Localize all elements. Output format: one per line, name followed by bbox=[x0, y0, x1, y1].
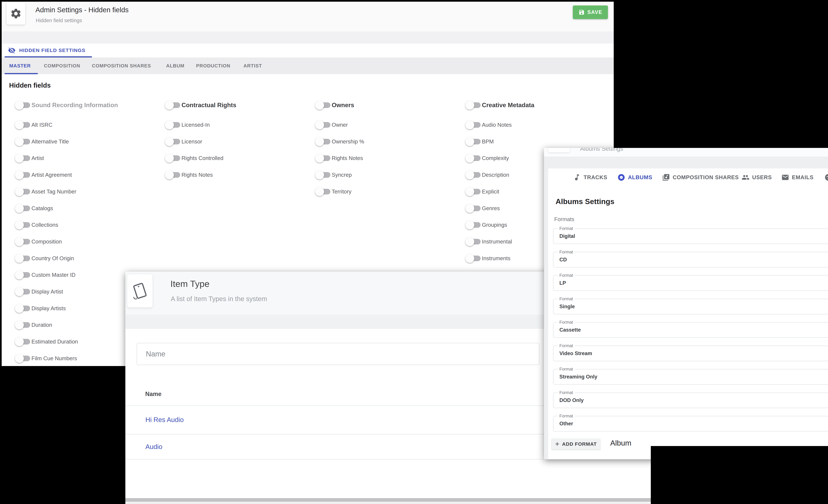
toggle-switch-off[interactable] bbox=[165, 100, 181, 110]
horizontal-scrollbar[interactable] bbox=[125, 498, 651, 502]
tab-composition[interactable]: COMPOSITION bbox=[44, 63, 80, 69]
toggle-switch-off[interactable] bbox=[15, 220, 31, 229]
toggle-switch-off[interactable] bbox=[465, 237, 481, 246]
page-title: Admin Settings - Hidden fields bbox=[35, 6, 129, 14]
tab-users[interactable]: USERS bbox=[742, 168, 772, 186]
table-row-audio[interactable]: Audio bbox=[146, 443, 162, 451]
add-format-button[interactable]: + ADD FORMAT bbox=[551, 438, 601, 450]
tab-master[interactable]: MASTER bbox=[9, 63, 31, 69]
formats-section-label: Formats bbox=[554, 216, 574, 222]
hidden-field-row: Territory bbox=[315, 187, 351, 196]
toggle-switch-off[interactable] bbox=[315, 100, 331, 110]
format-input-field[interactable]: FormatCassette bbox=[553, 322, 828, 338]
tab-albums[interactable]: ALBUMS bbox=[617, 168, 652, 186]
hidden-field-row: Rights Controlled bbox=[165, 154, 223, 163]
tab-cookies[interactable]: COOKIES bbox=[824, 168, 828, 186]
toggle-switch-off[interactable] bbox=[465, 154, 481, 163]
tab-hidden-field-settings[interactable]: HIDDEN FIELD SETTINGS bbox=[8, 47, 85, 54]
toggle-switch-off[interactable] bbox=[15, 204, 31, 213]
toggle-switch-off[interactable] bbox=[15, 254, 31, 263]
toggle-label: Licensor bbox=[181, 138, 202, 145]
tab-artist[interactable]: ARTIST bbox=[243, 63, 262, 69]
screenshot-canvas: Admin Settings - Hidden fields Hidden fi… bbox=[0, 0, 828, 504]
toggle-switch-off[interactable] bbox=[465, 100, 481, 110]
toggle-switch-off[interactable] bbox=[465, 220, 481, 229]
format-input-field[interactable]: FormatOther bbox=[553, 416, 828, 431]
tab-tracks[interactable]: TRACKS bbox=[573, 168, 608, 186]
toggle-label: Alt ISRC bbox=[32, 122, 52, 128]
toggle-knob bbox=[15, 304, 24, 313]
toggle-switch-off[interactable] bbox=[15, 154, 31, 163]
hidden-field-group-row: Owners bbox=[315, 100, 354, 110]
toggle-label: Groupings bbox=[482, 222, 507, 228]
toggle-switch-off[interactable] bbox=[165, 154, 181, 163]
admin-icon-card bbox=[7, 3, 25, 25]
hidden-field-row: Licensed-In bbox=[165, 120, 210, 129]
tab-album[interactable]: ALBUM bbox=[166, 63, 184, 69]
toggle-switch-off[interactable] bbox=[15, 287, 31, 296]
hidden-field-row: Groupings bbox=[465, 220, 507, 229]
toggle-switch-off[interactable] bbox=[315, 154, 331, 163]
tab-composition-shares[interactable]: COMPOSITION SHARES bbox=[92, 63, 151, 69]
toggle-switch-off[interactable] bbox=[15, 100, 31, 110]
toggle-label: Rights Controlled bbox=[181, 155, 223, 161]
toggle-knob bbox=[15, 287, 24, 296]
table-row-hi-res-audio[interactable]: Hi Res Audio bbox=[146, 416, 184, 423]
hidden-field-row: Genres bbox=[465, 204, 500, 213]
toggle-switch-off[interactable] bbox=[315, 120, 331, 129]
toggle-knob bbox=[15, 204, 24, 213]
toggle-switch-off[interactable] bbox=[465, 120, 481, 129]
toggle-switch-off[interactable] bbox=[465, 137, 481, 146]
toggle-switch-off[interactable] bbox=[15, 304, 31, 313]
name-input[interactable]: Name bbox=[137, 343, 539, 365]
format-input-field[interactable]: FormatLP bbox=[553, 275, 828, 291]
toggle-switch-off[interactable] bbox=[465, 187, 481, 196]
toggle-switch-off[interactable] bbox=[15, 337, 31, 346]
toggle-knob bbox=[165, 154, 174, 163]
format-input-field[interactable]: FormatDOD Only bbox=[553, 392, 828, 408]
toggle-switch-off[interactable] bbox=[15, 237, 31, 246]
format-input-field[interactable]: FormatVideo Stream bbox=[553, 346, 828, 361]
toggle-switch-off[interactable] bbox=[165, 170, 181, 179]
format-input-field[interactable]: FormatSingle bbox=[553, 299, 828, 314]
toggle-knob bbox=[15, 354, 24, 363]
toggle-switch-off[interactable] bbox=[465, 204, 481, 213]
toggle-knob bbox=[465, 137, 474, 146]
save-button[interactable]: SAVE bbox=[573, 5, 608, 19]
toggle-label: Rights Notes bbox=[181, 172, 213, 178]
toggle-switch-off[interactable] bbox=[465, 254, 481, 263]
toggle-knob bbox=[165, 170, 174, 179]
hidden-field-row: Instruments bbox=[465, 254, 510, 263]
toggle-knob bbox=[465, 220, 474, 229]
albums-tab-bar: TRACKS ALBUMS COMPOSITION SHARES USERS E… bbox=[548, 168, 828, 186]
toggle-switch-off[interactable] bbox=[15, 120, 31, 129]
format-input-field[interactable]: FormatStreaming Only bbox=[553, 369, 828, 385]
toggle-switch-off[interactable] bbox=[15, 137, 31, 146]
tab-composition-shares[interactable]: COMPOSITION SHARES bbox=[662, 168, 739, 186]
toggle-switch-off[interactable] bbox=[15, 170, 31, 179]
toggle-label: Catalogs bbox=[32, 205, 53, 211]
toggle-switch-off[interactable] bbox=[465, 170, 481, 179]
toggle-switch-off[interactable] bbox=[315, 137, 331, 146]
toggle-switch-off[interactable] bbox=[15, 320, 31, 330]
toggle-label: Territory bbox=[332, 188, 351, 195]
toggle-switch-off[interactable] bbox=[165, 120, 181, 129]
tab-production[interactable]: PRODUCTION bbox=[196, 63, 230, 69]
format-input-field[interactable]: FormatDigital bbox=[553, 228, 828, 244]
toggle-switch-off[interactable] bbox=[165, 137, 181, 146]
tab-emails[interactable]: EMAILS bbox=[781, 168, 814, 186]
toggle-label: Composition bbox=[32, 239, 62, 245]
format-input-field[interactable]: FormatCD bbox=[553, 252, 828, 267]
toggle-switch-off[interactable] bbox=[315, 187, 331, 196]
toggle-switch-off[interactable] bbox=[15, 187, 31, 196]
toggle-switch-off[interactable] bbox=[15, 354, 31, 363]
toggle-switch-off[interactable] bbox=[315, 170, 331, 179]
toggle-label: Instrumental bbox=[482, 239, 512, 245]
toggle-label: Description bbox=[482, 172, 509, 178]
hidden-field-row: Owner bbox=[315, 120, 348, 129]
toggle-label: Sound Recording Information bbox=[32, 102, 118, 109]
hidden-field-row: Explicit bbox=[465, 187, 499, 196]
format-field-value: CD bbox=[560, 257, 567, 263]
toggle-switch-off[interactable] bbox=[15, 270, 31, 280]
admin-header: Admin Settings - Hidden fields Hidden fi… bbox=[2, 2, 614, 32]
